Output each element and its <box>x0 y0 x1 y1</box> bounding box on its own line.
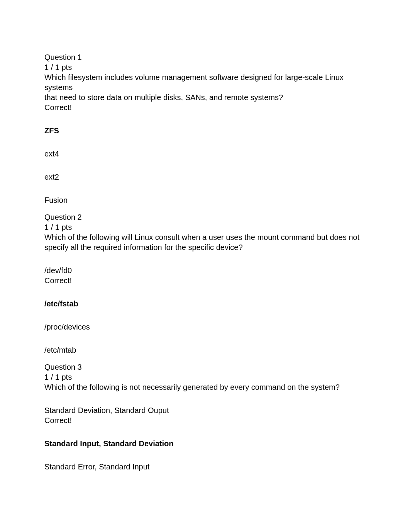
question-prompt-line: Which of the following is not necessaril… <box>44 382 366 392</box>
answer-option: Standard Deviation, Standard Ouput <box>44 405 366 415</box>
question-points: 1 / 1 pts <box>44 222 366 232</box>
correct-answer: /etc/fstab <box>44 299 366 309</box>
question-prompt-line: that need to store data on multiple disk… <box>44 92 366 102</box>
correct-answer: Standard Input, Standard Deviation <box>44 439 366 449</box>
question-header: Question 1 <box>44 52 366 62</box>
answer-option: /proc/devices <box>44 322 366 332</box>
answer-option: ext2 <box>44 172 366 182</box>
question-header: Question 3 <box>44 362 366 372</box>
question-prompt-line: Which filesystem includes volume managem… <box>44 72 366 92</box>
correct-label: Correct! <box>44 102 366 112</box>
question-points: 1 / 1 pts <box>44 62 366 72</box>
answer-option: /dev/fd0 <box>44 265 366 275</box>
question-points: 1 / 1 pts <box>44 372 366 382</box>
correct-label: Correct! <box>44 415 366 425</box>
answer-option: Fusion <box>44 195 366 205</box>
question-prompt-line: specify all the required information for… <box>44 242 366 252</box>
correct-answer: ZFS <box>44 126 366 136</box>
document-page: Question 1 1 / 1 pts Which filesystem in… <box>0 0 410 472</box>
question-prompt-line: Which of the following will Linux consul… <box>44 232 366 242</box>
correct-label: Correct! <box>44 275 366 286</box>
question-header: Question 2 <box>44 212 366 222</box>
answer-option: ext4 <box>44 149 366 159</box>
answer-option: Standard Error, Standard Input <box>44 462 366 472</box>
answer-option: /etc/mtab <box>44 345 366 355</box>
